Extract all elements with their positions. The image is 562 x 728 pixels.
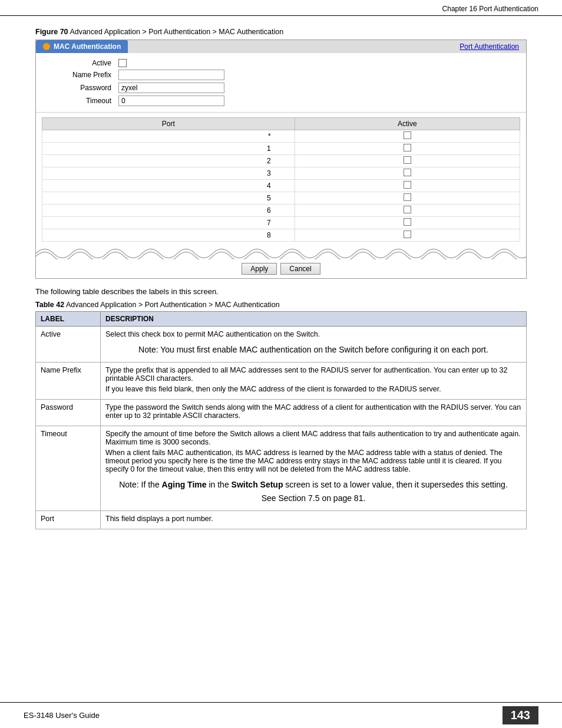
note-block: Note: If the Aging Time in the Switch Se… [117,478,510,505]
mac-auth-tab-label: MAC Authentication [54,42,121,51]
port-active-cell [295,155,520,167]
port-table-row: 2 [42,155,520,167]
desc-cell: Specify the amount of time before the Sw… [101,426,527,511]
port-table-row: 3 [42,167,520,180]
label-cell: Port [36,511,101,529]
name-prefix-row: Name Prefix [48,70,514,80]
desc-table-row: Port This field displays a port number. [36,511,527,529]
figure-caption: Figure 70 Advanced Application > Port Au… [35,28,527,36]
cancel-button[interactable]: Cancel [280,263,320,275]
note-block: Note: You must first enable MAC authenti… [117,343,510,356]
port-active-cell [295,167,520,180]
port-table-row: 5 [42,192,520,205]
desc-table-row: Timeout Specify the amount of time befor… [36,426,527,511]
nav-bar: MAC Authentication Port Authentication [36,40,526,53]
port-active-cell [295,130,520,143]
desc-table-row: Active Select this check box to permit M… [36,327,527,363]
port-table-row: * [42,130,520,143]
page-number: 143 [503,706,538,724]
col-active-header: Active [295,118,520,130]
active-label: Active [48,59,118,67]
col-port-header: Port [42,118,295,130]
port-active-checkbox[interactable] [404,193,411,201]
port-number-cell: 1 [42,143,295,155]
name-prefix-input[interactable] [118,70,224,80]
button-row: Apply Cancel [36,259,526,278]
footer-left: ES-3148 User's Guide [24,711,100,720]
page-header: Chapter 16 Port Authentication [0,0,562,16]
desc-cell: Type the password the Switch sends along… [101,400,527,426]
port-active-cell [295,192,520,205]
port-active-cell [295,229,520,242]
port-number-cell: 7 [42,217,295,229]
label-cell: Active [36,327,101,363]
port-number-cell: 6 [42,205,295,217]
port-active-checkbox[interactable] [404,131,411,139]
desc-table-row: Password Type the password the Switch se… [36,400,527,426]
label-cell: Name Prefix [36,363,101,400]
port-active-checkbox[interactable] [404,156,411,164]
port-number-cell: 3 [42,167,295,180]
page-footer: ES-3148 User's Guide 143 [0,702,562,728]
password-row: Password [48,83,514,93]
port-table-row: 4 [42,180,520,192]
password-input[interactable] [118,83,224,93]
port-active-cell [295,180,520,192]
mac-auth-tab[interactable]: MAC Authentication [36,40,128,53]
port-number-cell: 2 [42,155,295,167]
timeout-row: Timeout [48,95,514,106]
port-table-area: Port Active * 1 2 3 4 5 [36,117,526,242]
desc-col-label: LABEL [36,312,101,327]
desc-table-row: Name Prefix Type the prefix that is appe… [36,363,527,400]
port-table-row: 1 [42,143,520,155]
desc-cell: This field displays a port number. [101,511,527,529]
port-active-cell [295,217,520,229]
port-active-checkbox[interactable] [404,230,411,238]
desc-col-desc: DESCRIPTION [101,312,527,327]
timeout-label: Timeout [48,97,118,105]
timeout-input[interactable] [118,95,224,106]
description-text: The following table describes the labels… [35,287,527,296]
port-active-checkbox[interactable] [404,181,411,189]
port-active-checkbox[interactable] [404,144,411,151]
port-active-checkbox[interactable] [404,218,411,226]
port-active-checkbox[interactable] [404,169,411,176]
desc-cell: Select this check box to permit MAC auth… [101,327,527,363]
label-cell: Password [36,400,101,426]
orange-dot-icon [43,43,50,50]
main-content: Figure 70 Advanced Application > Port Au… [0,16,562,553]
wavy-separator [36,242,526,259]
password-label: Password [48,84,118,92]
table42-caption: Table 42 Advanced Application > Port Aut… [35,301,527,309]
screenshot-box: MAC Authentication Port Authentication A… [35,39,527,279]
port-active-cell [295,205,520,217]
description-table: LABEL DESCRIPTION Active Select this che… [35,311,527,529]
port-auth-link[interactable]: Port Authentication [452,40,526,53]
port-number-cell: 8 [42,229,295,242]
port-table-row: 7 [42,217,520,229]
port-table-row: 6 [42,205,520,217]
port-number-cell: 5 [42,192,295,205]
port-table: Port Active * 1 2 3 4 5 [42,117,520,242]
active-checkbox[interactable] [118,59,127,67]
active-row: Active [48,59,514,67]
port-active-cell [295,143,520,155]
port-table-row: 8 [42,229,520,242]
port-number-cell: * [42,130,295,143]
desc-cell: Type the prefix that is appended to all … [101,363,527,400]
port-number-cell: 4 [42,180,295,192]
port-active-checkbox[interactable] [404,206,411,213]
name-prefix-label: Name Prefix [48,71,118,79]
apply-button[interactable]: Apply [242,263,277,275]
form-area: Active Name Prefix Password Timeout [36,53,526,113]
chapter-title: Chapter 16 Port Authentication [442,5,538,13]
label-cell: Timeout [36,426,101,511]
